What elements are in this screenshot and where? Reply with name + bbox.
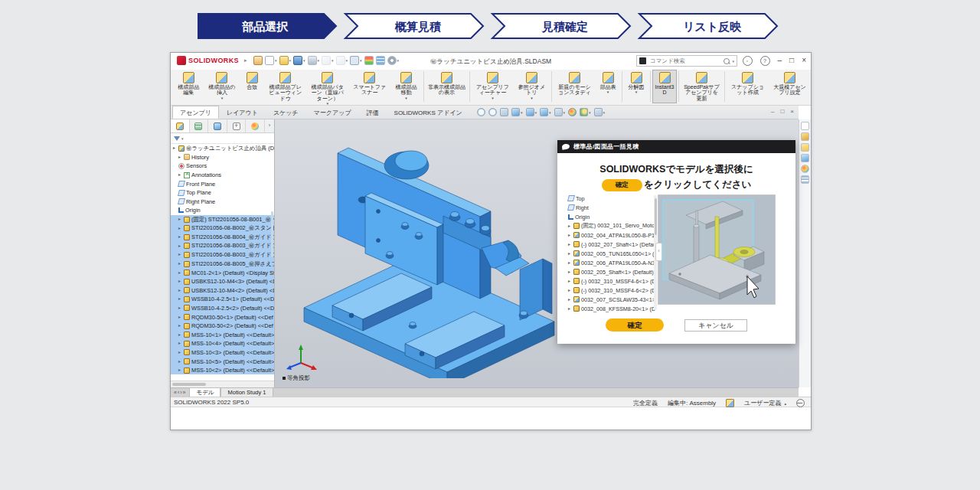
tree-filter[interactable]: ▾ (171, 133, 274, 144)
tree-item[interactable]: Front Plane (171, 179, 274, 188)
ribbon-tab[interactable]: アセンブリ (172, 106, 219, 119)
tree-item[interactable]: Origin (171, 206, 274, 215)
design-library-icon[interactable] (801, 132, 809, 141)
model-tab[interactable]: モデル (189, 387, 220, 397)
minimize-button[interactable]: – (778, 55, 782, 66)
dropdown-caret-icon[interactable]: ▾ (521, 110, 523, 115)
assembly-model[interactable] (290, 126, 573, 378)
home-icon[interactable] (801, 122, 809, 130)
appearances-icon[interactable] (801, 165, 809, 173)
dropdown-caret-icon[interactable]: ▾ (360, 58, 362, 63)
ribbon-tab[interactable]: レイアウト (219, 106, 266, 119)
ribbon-button[interactable]: 構成部品編集 ▾ (173, 70, 204, 103)
dialog-tree-item[interactable]: Top (562, 194, 657, 203)
expand-arrow-icon[interactable] (568, 240, 572, 249)
tree-item[interactable]: Annotations (171, 171, 274, 180)
expand-arrow-icon[interactable] (568, 250, 572, 258)
menu-expand-icon[interactable]: ▸ (244, 57, 247, 64)
expand-arrow-icon[interactable] (178, 366, 182, 374)
dropdown-caret-icon[interactable]: ▾ (549, 110, 551, 115)
dropdown-caret-icon[interactable]: ▾ (275, 58, 277, 63)
tree-item[interactable]: MSS-10<5> (Default) <<Default> (171, 357, 274, 366)
dialog-tree-item[interactable]: 0032_205_Shaft<1> (Default) (562, 267, 657, 276)
expand-arrow-icon[interactable] (178, 277, 182, 286)
rebuild-icon[interactable] (364, 56, 374, 65)
ribbon-button[interactable]: 構成部品の挿入 ▾ (204, 70, 240, 103)
expand-arrow-icon[interactable] (568, 231, 572, 240)
dropdown-caret-icon[interactable]: ▾ (589, 110, 591, 115)
unit-caret-icon[interactable]: ▴ (784, 401, 786, 406)
tree-item[interactable]: History (171, 153, 274, 162)
dropdown-caret-icon[interactable]: ▾ (303, 58, 305, 63)
tab-nav-icons[interactable]: «‹›» (171, 388, 189, 397)
tree-item[interactable]: STI2201056-08-B003_㊙ガイドブロッ (171, 242, 274, 251)
tree-horizontal-scrollbar[interactable] (171, 381, 274, 387)
ribbon-button[interactable]: 分解図 ▾ (624, 70, 648, 103)
doc-close-icon[interactable]: × (790, 108, 794, 115)
save-icon[interactable] (293, 56, 302, 65)
expand-arrow-icon[interactable] (568, 305, 572, 313)
propertymanager-tab[interactable] (190, 119, 209, 132)
cancel-button[interactable]: キャンセル (684, 319, 747, 332)
tree-item[interactable]: WSSB10-4-2.5<2> (Default) <<De (171, 304, 274, 313)
model-tab[interactable]: Motion Study 1 (220, 387, 273, 397)
step-rough-estimate[interactable]: 概算見積 (345, 14, 483, 38)
expand-arrow-icon[interactable] (178, 286, 182, 295)
apply-scene-icon[interactable] (580, 108, 588, 116)
expand-arrow-icon[interactable] (178, 295, 182, 303)
step-list-reflect[interactable]: リスト反映 (639, 14, 777, 38)
expand-arrow-icon[interactable] (178, 269, 182, 277)
expand-arrow-icon[interactable] (178, 322, 182, 330)
tree-item[interactable]: Right Plane (171, 198, 274, 207)
dialog-tree-item[interactable]: 0032_007_SCSLAW35-43<1> (562, 295, 657, 304)
tree-tabs-overflow-icon[interactable]: › (265, 119, 274, 132)
select-cursor-icon[interactable] (350, 56, 359, 65)
ribbon-button[interactable]: 新規のモーションスタディ ▾ (554, 70, 596, 103)
tree-item[interactable]: MC01-2<1> (Default) <Display St (171, 268, 274, 277)
dialog-tree-item[interactable]: (-) 0032_310_MSSF4-6<1> (D (562, 276, 657, 286)
ribbon-button[interactable]: 合致 ▾ (240, 70, 264, 103)
tree-item[interactable]: Top Plane (171, 188, 274, 198)
command-search[interactable]: ▾ (636, 55, 737, 67)
dialog-tree-item[interactable]: 0032_005_TUN165L050<1> (D (562, 249, 657, 258)
expand-arrow-icon[interactable] (178, 348, 182, 357)
redo-icon[interactable] (336, 56, 345, 65)
expand-arrow-icon[interactable] (178, 171, 182, 179)
new-document-icon[interactable] (265, 56, 274, 65)
dimxpertmanager-tab[interactable] (227, 119, 247, 132)
dropdown-caret-icon[interactable]: ▾ (492, 96, 494, 100)
dropdown-caret-icon[interactable]: ▾ (564, 110, 566, 115)
zoom-area-icon[interactable] (488, 108, 497, 116)
print-icon[interactable] (308, 56, 317, 65)
previous-view-icon[interactable] (500, 108, 508, 116)
filter-caret-icon[interactable]: ▾ (181, 136, 184, 141)
ribbon-tab[interactable]: 評価 (359, 106, 387, 119)
close-button[interactable]: × (802, 55, 806, 66)
dropdown-caret-icon[interactable]: ▾ (535, 110, 537, 115)
dialog-tree-item[interactable]: Right (562, 203, 657, 212)
custom-properties-icon[interactable] (801, 175, 809, 184)
tree-item[interactable]: MSS-10<2> (Default) <<Default> (171, 366, 274, 375)
zoom-fit-icon[interactable] (477, 108, 485, 116)
dropdown-caret-icon[interactable]: ▾ (332, 58, 334, 63)
expand-arrow-icon[interactable] (568, 277, 572, 286)
dropdown-caret-icon[interactable]: ▾ (635, 90, 638, 94)
display-style-icon[interactable] (540, 108, 548, 116)
status-unit-system[interactable]: ユーザー定義 (744, 399, 781, 407)
hide-show-items-icon[interactable] (554, 108, 563, 116)
step-estimate-confirm[interactable]: 見積確定 (492, 14, 630, 38)
ribbon-button[interactable]: 構成部品プレビューウィンドウ ▾ (264, 70, 306, 103)
tree-root-item[interactable]: ㊙ラッチユニットビス止め治具 (Default) <D (171, 144, 274, 153)
expand-arrow-icon[interactable] (178, 358, 182, 366)
expand-arrow-icon[interactable] (568, 286, 572, 295)
ribbon-button[interactable]: 構成部品移動 ▾ (390, 70, 422, 103)
maximize-button[interactable]: □ (789, 55, 794, 66)
dialog-tree-item[interactable]: 0032_004_ATPA19L050-B-P15 (562, 230, 657, 240)
tree-item[interactable]: USBKS12-10-M4<2> (Default) <D (171, 286, 274, 296)
doc-minimize-icon[interactable]: – (771, 108, 774, 115)
tree-item[interactable]: WSSB10-4-2.5<1> (Default) <<De (171, 295, 274, 304)
expand-arrow-icon[interactable] (178, 331, 182, 339)
expand-arrow-icon[interactable] (568, 222, 572, 230)
ribbon-tab[interactable]: スケッチ (266, 106, 306, 119)
view-settings-icon[interactable] (594, 108, 603, 116)
